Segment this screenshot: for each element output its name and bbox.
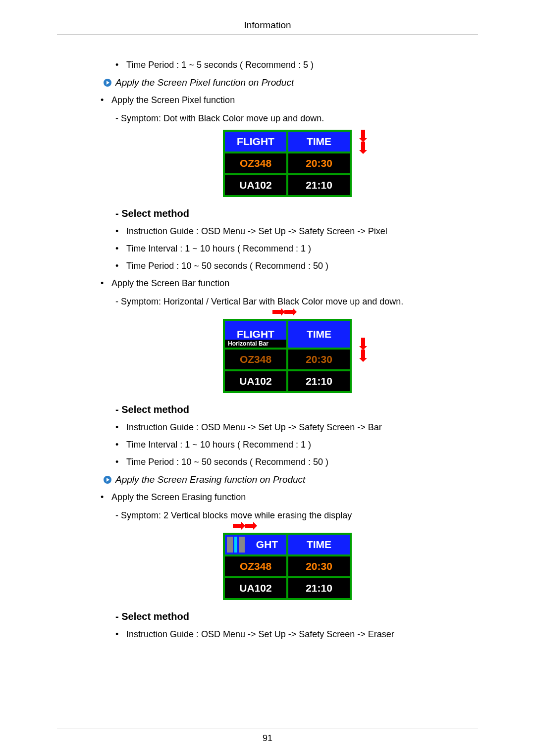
table-cell-flight-1: OZ348 [224, 349, 287, 370]
table-cell-flight-2: UA102 [224, 370, 287, 392]
table-header-flight-erased: GHT [224, 534, 287, 555]
table-cell-time-1: 20:30 [287, 349, 351, 370]
arrow-right-group-icon [272, 310, 293, 314]
table-cell-flight-1: OZ348 [224, 152, 287, 174]
page-header-title: Information [57, 20, 478, 35]
table-cell-time-1: 20:30 [287, 555, 351, 577]
horizontal-bar-label: Horizontal Bar [225, 340, 286, 348]
table-cell-flight-1: OZ348 [224, 555, 287, 577]
apply-pixel-heading: Apply the Screen Pixel function on Produ… [104, 77, 478, 88]
select-method-heading-3: - Select method [115, 611, 478, 622]
table-cell-time-1: 20:30 [287, 152, 351, 174]
bar-instruction: Instruction Guide : OSD Menu -> Set Up -… [115, 422, 478, 433]
flight-table-bar: FLIGHT Horizontal Bar TIME OZ348 20:30 U… [97, 319, 478, 393]
apply-erasing-heading: Apply the Screen Erasing function on Pro… [104, 474, 478, 485]
apply-erasing-heading-text: Apply the Screen Erasing function on Pro… [115, 474, 305, 485]
arrow-down-icon [360, 338, 367, 361]
table-header-time: TIME [287, 131, 351, 152]
apply-pixel-item: Apply the Screen Pixel function [97, 95, 478, 105]
arrow-right-icon [104, 476, 111, 484]
table-cell-time-2: 21:10 [287, 370, 351, 392]
table-cell-flight-2: UA102 [224, 577, 287, 599]
pixel-instruction: Instruction Guide : OSD Menu -> Set Up -… [115, 226, 478, 237]
select-method-heading-1: - Select method [115, 208, 478, 219]
table-header-time: TIME [287, 320, 351, 349]
table-cell-time-2: 21:10 [287, 577, 351, 599]
main-content: Time Period : 1 ~ 5 seconds ( Recommend … [97, 60, 478, 640]
erasing-symptom: - Symptom: 2 Vertical blocks move while … [115, 510, 478, 521]
bar-interval: Time Interval : 1 ~ 10 hours ( Recommend… [115, 440, 478, 450]
table-cell-time-2: 21:10 [287, 174, 351, 196]
apply-erasing-item: Apply the Screen Erasing function [97, 492, 478, 503]
pixel-symptom: - Symptom: Dot with Black Color move up … [115, 113, 478, 124]
erasing-instruction: Instruction Guide : OSD Menu -> Set Up -… [115, 629, 478, 640]
select-method-heading-2: - Select method [115, 404, 478, 415]
bar-period: Time Period : 10 ~ 50 seconds ( Recommen… [115, 457, 478, 467]
table-header-flight: FLIGHT Horizontal Bar [224, 320, 287, 349]
table-cell-flight-2: UA102 [224, 174, 287, 196]
table-header-time: TIME [287, 534, 351, 555]
bar-symptom: - Symptom: Horizontal / Vertical Bar wit… [115, 297, 478, 307]
pixel-interval: Time Interval : 1 ~ 10 hours ( Recommend… [115, 244, 478, 254]
arrow-right-icon [104, 79, 111, 87]
apply-pixel-heading-text: Apply the Screen Pixel function on Produ… [115, 77, 294, 88]
page-number: 91 [57, 728, 478, 744]
arrow-down-icon [360, 130, 367, 153]
pixel-period2: Time Period : 10 ~ 50 seconds ( Recommen… [115, 261, 478, 271]
arrow-right-group-icon [233, 524, 254, 528]
flight-table-erasing: GHT TIME OZ348 20:30 UA102 21:10 [97, 533, 478, 600]
table-header-flight-text: FLIGHT [225, 328, 286, 340]
flight-table-pixel: FLIGHT TIME OZ348 20:30 UA102 21:10 [97, 130, 478, 197]
page-footer: 91 [57, 728, 478, 744]
apply-bar-item: Apply the Screen Bar function [97, 278, 478, 289]
table-header-flight: FLIGHT [224, 131, 287, 152]
erase-blocks [227, 537, 245, 553]
time-period-text: Time Period : 1 ~ 5 seconds ( Recommend … [115, 60, 478, 70]
